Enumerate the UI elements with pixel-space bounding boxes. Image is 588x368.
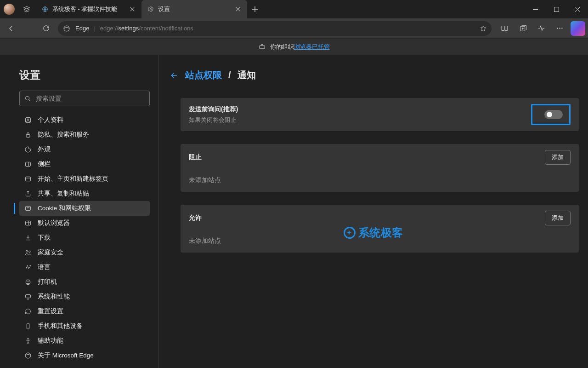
svg-rect-15 (26, 162, 31, 166)
card-title: 发送前询问(推荐) (189, 105, 238, 114)
globe-icon (41, 6, 49, 13)
workspaces-icon[interactable] (17, 0, 36, 18)
nav-default-browser[interactable]: 默认浏览器 (19, 216, 150, 230)
tab-1[interactable]: 系统极客 - 掌握软件技能 (36, 0, 141, 18)
collections-icon[interactable] (514, 21, 532, 36)
sidebar-icon (24, 160, 32, 168)
tab-2[interactable]: 设置 (141, 0, 247, 18)
system-icon (24, 293, 32, 301)
nav-languages[interactable]: 语言 (19, 260, 150, 275)
svg-point-24 (28, 338, 29, 339)
refresh-button[interactable] (38, 21, 54, 36)
svg-point-20 (29, 251, 30, 252)
svg-rect-14 (26, 134, 30, 137)
copilot-icon[interactable] (571, 21, 585, 36)
svg-rect-17 (26, 206, 31, 210)
managed-banner: 你的组织浏览器已托管 (0, 39, 588, 55)
settings-sidebar: 设置 个人资料 隐私、搜索和服务 外观 侧栏 开始、主页和新建标签页 共享、复制… (0, 55, 158, 368)
download-icon (24, 234, 32, 242)
performance-icon[interactable] (532, 21, 550, 36)
breadcrumb-parent[interactable]: 站点权限 (185, 69, 222, 81)
tab-title: 设置 (158, 6, 231, 13)
svg-point-1 (150, 8, 152, 10)
engine-label: Edge (75, 25, 89, 32)
svg-point-11 (26, 96, 29, 100)
add-allow-button[interactable]: 添加 (545, 211, 571, 225)
close-icon[interactable] (234, 6, 242, 13)
printer-icon (24, 278, 32, 286)
appearance-icon (24, 145, 32, 154)
search-icon (24, 95, 31, 102)
svg-point-19 (26, 250, 28, 252)
main-panel: 站点权限 / 通知 发送前询问(推荐) 如果关闭将会阻止 阻止 添加 未添加站 (158, 55, 588, 368)
nav-sidebar[interactable]: 侧栏 (19, 157, 150, 172)
address-bar[interactable]: Edge | edge://settings/content/notificat… (58, 21, 492, 36)
card-subtitle: 如果关闭将会阻止 (189, 116, 238, 124)
new-tab-button[interactable] (247, 0, 263, 18)
svg-rect-10 (259, 46, 264, 49)
nav-accessibility[interactable]: 辅助功能 (19, 334, 150, 348)
back-button[interactable] (3, 21, 19, 36)
svg-rect-18 (26, 221, 31, 225)
window-icon (24, 175, 32, 183)
search-input[interactable] (36, 95, 145, 102)
close-window-button[interactable] (567, 0, 588, 18)
managed-link[interactable]: 浏览器已托管 (294, 43, 330, 50)
nav-reset[interactable]: 重置设置 (19, 304, 150, 319)
favorite-icon[interactable] (480, 25, 487, 32)
nav-family[interactable]: 家庭安全 (19, 245, 150, 260)
nav-start[interactable]: 开始、主页和新建标签页 (19, 172, 150, 186)
settings-search[interactable] (19, 91, 150, 106)
card-ask-before: 发送前询问(推荐) 如果关闭将会阻止 (181, 98, 579, 131)
maximize-button[interactable] (546, 0, 567, 18)
forward-button (20, 21, 37, 36)
window-controls (525, 0, 588, 18)
page-title: 设置 (19, 68, 150, 82)
svg-rect-16 (26, 177, 31, 181)
svg-point-25 (25, 353, 31, 358)
browser-icon (24, 219, 32, 227)
nav-profiles[interactable]: 个人资料 (19, 113, 150, 127)
svg-point-9 (561, 28, 562, 29)
svg-point-8 (559, 28, 560, 29)
split-screen-icon[interactable] (495, 21, 514, 36)
ask-toggle[interactable] (544, 110, 563, 119)
accessibility-icon (24, 337, 32, 345)
breadcrumb-sep: / (228, 70, 231, 80)
language-icon (24, 263, 32, 271)
nav-about[interactable]: 关于 Microsoft Edge (19, 348, 150, 363)
close-icon[interactable] (129, 6, 136, 13)
nav-privacy[interactable]: 隐私、搜索和服务 (19, 127, 150, 142)
phone-icon (24, 322, 32, 330)
nav-phone[interactable]: 手机和其他设备 (19, 319, 150, 334)
edge-icon (62, 24, 71, 33)
svg-point-3 (64, 26, 69, 31)
card-allow: 允许 添加 未添加站点 (181, 205, 579, 253)
svg-point-13 (27, 119, 28, 120)
content-area: 设置 个人资料 隐私、搜索和服务 外观 侧栏 开始、主页和新建标签页 共享、复制… (0, 55, 588, 368)
card-block: 阻止 添加 未添加站点 (181, 144, 579, 192)
profile-avatar[interactable] (4, 4, 15, 15)
svg-rect-4 (502, 26, 504, 31)
nav-printers[interactable]: 打印机 (19, 275, 150, 289)
card-title: 阻止 (189, 153, 202, 161)
nav-system[interactable]: 系统和性能 (19, 289, 150, 304)
family-icon (24, 248, 32, 257)
add-block-button[interactable]: 添加 (545, 150, 571, 165)
breadcrumb-back-icon[interactable] (170, 71, 179, 80)
reset-icon (24, 307, 32, 316)
url-text: edge://settings/content/notifications (100, 25, 475, 32)
nav-appearance[interactable]: 外观 (19, 142, 150, 157)
titlebar: 系统极客 - 掌握软件技能 设置 (0, 0, 588, 18)
minimize-button[interactable] (525, 0, 546, 18)
gear-icon (147, 6, 154, 13)
breadcrumb: 站点权限 / 通知 (170, 69, 579, 81)
more-icon[interactable] (550, 21, 569, 36)
lock-icon (24, 131, 32, 139)
edge-logo-icon (24, 351, 32, 360)
share-icon (24, 190, 32, 198)
nav-cookies[interactable]: Cookie 和网站权限 (19, 201, 150, 216)
nav-share[interactable]: 共享、复制和粘贴 (19, 186, 150, 201)
nav-downloads[interactable]: 下载 (19, 230, 150, 245)
permissions-icon (24, 204, 32, 213)
